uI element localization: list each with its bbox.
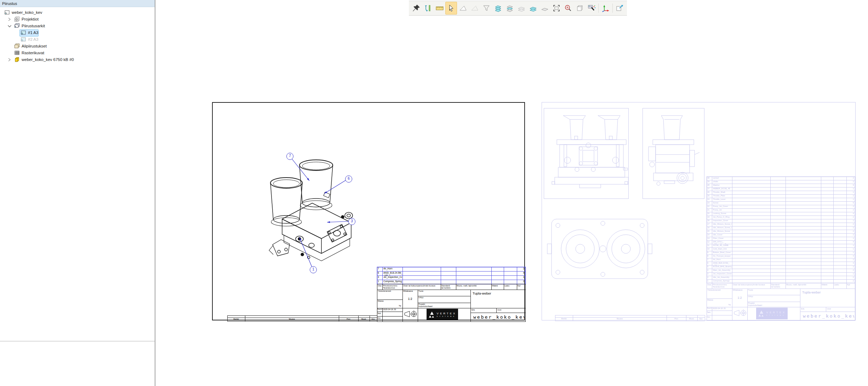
drawing-tree-panel: Piirustus weber_koko_kevProjektiotPiirus…: [0, 0, 155, 386]
drawing-name: weber_koko_kev: [473, 315, 525, 320]
zoom-window-icon: [552, 4, 561, 12]
highlight-table-button[interactable]: [586, 2, 597, 15]
field-kg: kg: [393, 304, 401, 307]
zoom-box-button[interactable]: [574, 2, 586, 15]
panel-bottom-splitter[interactable]: [0, 341, 155, 341]
new-window-icon: [616, 4, 624, 12]
layers-flat-icon: [529, 4, 537, 12]
part-row-qty: 2: [847, 223, 854, 226]
bom-header: Määrä: [492, 285, 503, 290]
field-tark: Tark.: [377, 312, 382, 315]
tree-item-label: Projektiot: [21, 17, 40, 22]
field-title: Tupla-weber: [473, 292, 522, 297]
measure-ruler-button[interactable]: [434, 2, 445, 15]
part-row-name: Air_Horn: [713, 258, 732, 262]
zoom-in-button[interactable]: [562, 2, 574, 15]
field-kg: kg: [722, 303, 731, 306]
balloon-1[interactable]: 1: [310, 266, 317, 273]
model-icon: [14, 57, 20, 62]
vertex-logo-text: VERTEX: [437, 312, 457, 315]
shaded-view-button[interactable]: [457, 2, 469, 15]
layers-flat-button[interactable]: [527, 2, 539, 15]
balloon-3[interactable]: 3: [348, 218, 355, 225]
tree-item-rasterikuvat[interactable]: Rasterikuvat: [0, 50, 152, 56]
part-row-name: Pump_Jet_Cover: [713, 205, 732, 209]
layers-stack-alt-button[interactable]: [504, 2, 515, 15]
field-scale: 1:2: [402, 297, 418, 302]
flip-direction-icon: [424, 4, 432, 12]
layers-flat-dim-button[interactable]: [515, 2, 527, 15]
part-row-no: 25: [707, 195, 712, 198]
chevron-right-icon[interactable]: [7, 57, 12, 62]
layers-flat-dim-icon: [517, 4, 526, 12]
field-massa: Massa: [707, 299, 721, 302]
layers-stack-button[interactable]: [492, 2, 504, 15]
part-row-qty: 2: [847, 205, 854, 209]
drawing-sheet[interactable]: 7Air_Horn26ANSI_B18.24.5M_-_M5_x_43Jet_I…: [212, 102, 525, 320]
part-row-qty: 2: [847, 177, 854, 180]
part-row-no: 6: [378, 272, 382, 276]
part-row-name: Throttle_Lever: [713, 198, 732, 202]
zoom-window-button[interactable]: [550, 2, 562, 15]
hidden-line-view-button[interactable]: [469, 2, 480, 15]
tree-item-projektiot[interactable]: Projektiot: [0, 16, 152, 23]
highlight-table-icon: [587, 4, 596, 12]
revision-col-label: Muutt.: [358, 318, 370, 321]
toolbar-separator: [598, 4, 599, 13]
carburetor-isometric-view: [263, 150, 362, 277]
sheets-icon: [14, 23, 20, 29]
bom-header: Piirustusnumero Tavaratunnus: [713, 284, 732, 289]
part-row-name: Air_Trumpet_keeper: [713, 255, 732, 258]
tree-item-#2-a3[interactable]: #2 A3: [0, 36, 152, 43]
part-row-no: 5: [707, 265, 712, 269]
vertex-logo-text: VERTEX: [766, 311, 786, 314]
part-row-qty: 2: [847, 269, 854, 273]
new-window-button[interactable]: [614, 2, 626, 15]
chevron-right-icon[interactable]: [7, 17, 12, 22]
field-yleistoleranssit: Yleistoleranssit: [707, 289, 731, 292]
chevron-down-icon[interactable]: [7, 24, 12, 28]
part-row-no: 3: [707, 273, 712, 276]
part-row-no: 26: [707, 191, 712, 195]
layers-stack-alt-icon: [506, 4, 514, 12]
tree-item-alipiirustukset[interactable]: Alipiirustukset: [0, 43, 152, 50]
tree-item-weber-koko-kev[interactable]: weber_koko_kev: [0, 9, 152, 16]
ghost-sheet-preview[interactable]: 30venturi229choke228Washer927WEBER_DCOE_…: [542, 102, 856, 320]
revision-col-label: Pvm: [339, 318, 358, 321]
subdrawings-icon: [14, 43, 20, 49]
coordinate-axes-button[interactable]: [600, 2, 611, 15]
part-row-name: Pump_Jet: [713, 209, 732, 212]
part-row-no: 7: [707, 258, 712, 262]
bom-header: Laatu: [504, 285, 516, 290]
sheet-a3-icon: [21, 37, 26, 42]
tree-item-label: Piirustusarkit: [21, 23, 46, 29]
part-row-name: venturi: [713, 177, 732, 180]
projections-icon: [14, 16, 20, 22]
pin-toolbar-button[interactable]: [410, 2, 422, 15]
panel-splitter[interactable]: [155, 0, 155, 386]
panel-title: Piirustus: [2, 1, 17, 6]
vertex-logo-triangles: [758, 309, 765, 318]
part-row-name: Jet_Pump_O_Ring: [713, 216, 732, 219]
flip-direction-button[interactable]: [422, 2, 434, 15]
tree-item-piirustusarkit[interactable]: Piirustusarkit: [0, 23, 152, 29]
part-row-no: 21: [707, 209, 712, 212]
tree-item-label: weber_koko_kev: [11, 10, 43, 15]
tree-item-weber-koko-kev-6750-kb-#0[interactable]: weber_koko_kev 6750 kB #0: [0, 56, 152, 63]
balloon-7[interactable]: 7: [286, 153, 293, 160]
select-cursor-button[interactable]: [445, 2, 457, 15]
field-suunn: Suunn: [707, 307, 712, 310]
layer-single-button[interactable]: [539, 2, 550, 15]
bom-header: Osan tai kokoonpanoryhmän kuvaus: [733, 284, 770, 289]
balloon-6[interactable]: 6: [345, 175, 352, 183]
drawing-name: weber_koko_kev: [803, 314, 854, 319]
tree-item-#1-a3[interactable]: #1 A3: [0, 29, 152, 36]
revision-col-label: Muutos: [245, 318, 339, 321]
part-row-no: 29: [707, 180, 712, 184]
coordinate-axes-icon: [601, 4, 610, 12]
ghost-side-view-box: [643, 108, 704, 199]
filter-button[interactable]: [480, 2, 492, 15]
field-yleistoleranssit: Yleistoleranssit: [378, 290, 401, 293]
layer-single-icon: [541, 4, 549, 12]
part-row-name: 8x19x6_BHS_Bearing: [713, 265, 732, 269]
